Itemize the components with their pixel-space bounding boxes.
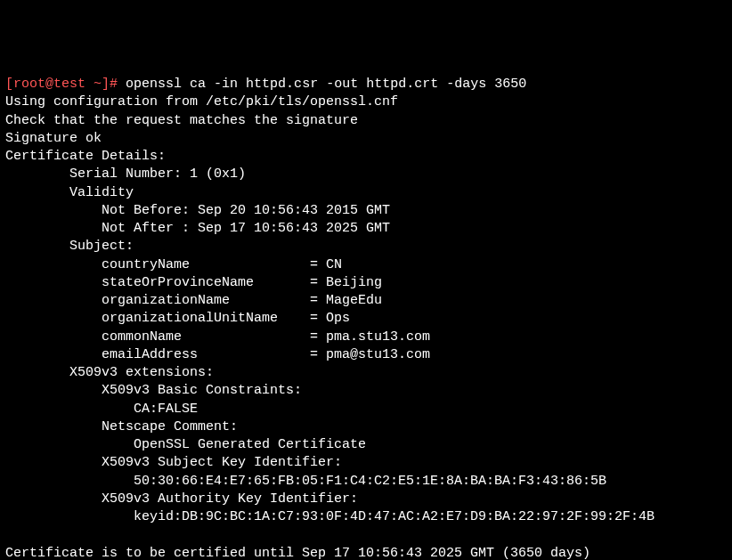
output-not-after: Not After : Sep 17 10:56:43 2025 GMT	[5, 221, 390, 236]
output-common-name: commonName = pma.stu13.com	[5, 329, 430, 345]
prompt-path: ~	[94, 77, 102, 92]
output-state-name: stateOrProvinceName = Beijing	[5, 275, 382, 290]
output-subject-header: Subject:	[5, 239, 134, 254]
openssl-command[interactable]: openssl ca -in httpd.csr -out httpd.crt …	[126, 77, 526, 92]
output-sigok: Signature ok	[5, 131, 102, 146]
output-authority-key-id: keyid:DB:9C:BC:1A:C7:93:0F:4D:47:AC:A2:E…	[5, 509, 655, 524]
output-subject-key-id-header: X509v3 Subject Key Identifier:	[5, 455, 350, 470]
output-certdetails-header: Certificate Details:	[5, 149, 166, 164]
prompt-close-bracket: ]	[102, 77, 110, 92]
prompt-hash: #	[110, 77, 126, 92]
output-email-address: emailAddress = pma@stu13.com	[5, 347, 430, 362]
output-basic-constraints-header: X509v3 Basic Constraints:	[5, 383, 310, 398]
output-subject-key-id: 50:30:66:E4:E7:65:FB:05:F1:C4:C2:E5:1E:8…	[5, 474, 606, 489]
output-config: Using configuration from /etc/pki/tls/op…	[5, 94, 398, 110]
output-check: Check that the request matches the signa…	[5, 113, 358, 128]
output-netscape-comment: OpenSSL Generated Certificate	[5, 437, 366, 452]
output-authority-key-id-header: X509v3 Authority Key Identifier:	[5, 491, 366, 507]
output-ca-false: CA:FALSE	[5, 402, 198, 417]
output-netscape-comment-header: Netscape Comment:	[5, 419, 246, 434]
output-country-name: countryName = CN	[5, 257, 342, 272]
prompt-open-bracket: [	[5, 77, 13, 92]
output-validity: Validity	[5, 185, 134, 200]
output-certified-until: Certificate is to be certified until Sep…	[5, 546, 590, 561]
output-organization-name: organizationName = MageEdu	[5, 293, 382, 308]
output-x509-extensions-header: X509v3 extensions:	[5, 365, 214, 380]
output-serial-number: Serial Number: 1 (0x1)	[5, 166, 246, 182]
output-not-before: Not Before: Sep 20 10:56:43 2015 GMT	[5, 203, 390, 218]
output-ou-name: organizationalUnitName = Ops	[5, 311, 350, 326]
prompt-userhost: root@test	[13, 77, 85, 92]
prompt-space	[85, 77, 94, 92]
